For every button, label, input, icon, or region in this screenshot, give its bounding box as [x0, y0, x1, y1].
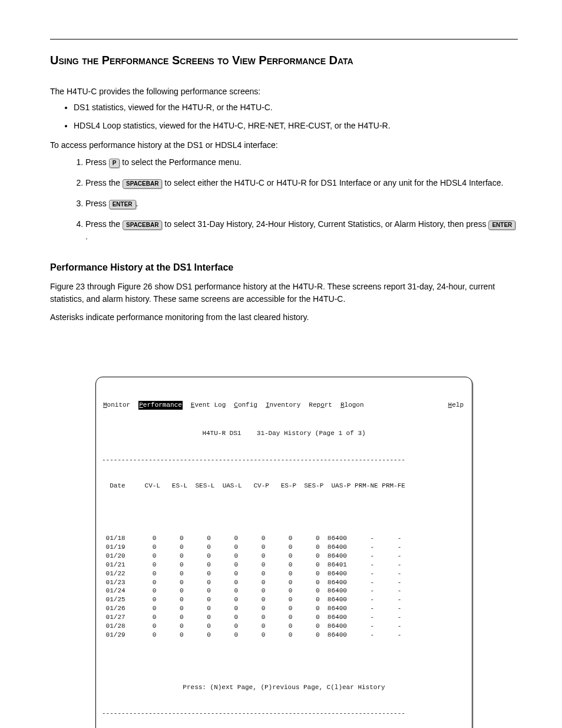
table-row: 01/29 0 0 0 0 0 0 0 86400 - -: [102, 631, 466, 640]
table-row: 01/22 0 0 0 0 0 0 0 86400 - -: [102, 569, 466, 578]
table-row: 01/28 0 0 0 0 0 0 0 86400 - -: [102, 622, 466, 631]
key-enter: ENTER: [488, 220, 515, 230]
list-item: DS1 statistics, viewed for the H4TU-R, o…: [74, 101, 518, 114]
key-spacebar: SPACEBAR: [123, 220, 162, 230]
table-row: 01/18 0 0 0 0 0 0 0 86400 - -: [102, 534, 466, 543]
body-paragraph: Asterisks indicate performance monitorin…: [50, 311, 518, 324]
figure: MonitorPerformanceEvent LogConfigInvento…: [50, 377, 518, 728]
page-title: Using the Performance Screens to View Pe…: [50, 51, 518, 69]
blank-line: [102, 508, 466, 517]
running-header: [50, 24, 518, 32]
step-text: to select either the H4TU-C or H4TU-R fo…: [162, 178, 503, 187]
step: Press the SPACEBAR to select 31-Day Hist…: [85, 218, 518, 243]
step: Press the SPACEBAR to select either the …: [85, 177, 518, 189]
step-text: Press: [85, 157, 109, 167]
key-p: P: [109, 159, 120, 168]
terminal-title: H4TU-R DS1 31-Day History (Page 1 of 3): [102, 429, 466, 438]
table-row: 01/19 0 0 0 0 0 0 0 86400 - -: [102, 543, 466, 552]
step-text: .: [136, 199, 138, 208]
key-spacebar: SPACEBAR: [123, 179, 162, 189]
section-heading: Performance History at the DS1 Interface: [50, 261, 518, 275]
table-row: 01/24 0 0 0 0 0 0 0 86400 - -: [102, 587, 466, 595]
terminal-hint-press: Press: (N)ext Page, (P)revious Page, C(l…: [102, 683, 466, 692]
step-text: .: [85, 232, 88, 241]
step: Press ENTER.: [85, 197, 518, 210]
header-rule: [50, 39, 518, 39]
figure-ref: Figure 23: [50, 282, 85, 291]
menu-item-help[interactable]: Help: [448, 401, 464, 410]
menu-item-monitor[interactable]: Monitor: [103, 401, 130, 410]
intro-paragraph: The H4TU-C provides the following perfor…: [50, 85, 518, 98]
menu-item-performance[interactable]: Performance: [138, 401, 183, 410]
table-row: 01/26 0 0 0 0 0 0 0 86400 - -: [102, 604, 466, 613]
terminal-menu-bar: MonitorPerformanceEvent LogConfigInvento…: [102, 401, 466, 410]
menu-item-event-log[interactable]: Event Log: [191, 401, 226, 410]
key-enter: ENTER: [109, 200, 136, 209]
bullet-list: DS1 statistics, viewed for the H4TU-R, o…: [74, 101, 518, 132]
table-header-row: Date CV-L ES-L SES-L UAS-L CV-P ES-P SES…: [102, 482, 466, 490]
table-row: 01/25 0 0 0 0 0 0 0 86400 - -: [102, 595, 466, 604]
step-text: to select 31-Day History, 24-Hour Histor…: [162, 219, 488, 229]
step: Press P to select the Performance menu.: [85, 156, 518, 169]
procedure-lead: To access performance history at the DS1…: [50, 139, 518, 151]
blank-line: [102, 657, 466, 666]
menu-item-config[interactable]: Config: [234, 401, 257, 410]
table-row: 01/20 0 0 0 0 0 0 0 86400 - -: [102, 552, 466, 561]
step-text: Press: [85, 199, 109, 208]
table-row: 01/23 0 0 0 0 0 0 0 86400 - -: [102, 578, 466, 587]
list-item: HDSL4 Loop statistics, viewed for the H4…: [74, 120, 518, 132]
step-text: Press the: [85, 178, 123, 187]
step-text: to select the Performance menu.: [120, 157, 241, 167]
paragraph-text: through Figure 26 show DS1 performance h…: [50, 282, 495, 304]
terminal-separator: ----------------------------------------…: [102, 456, 466, 465]
terminal-screen: MonitorPerformanceEvent LogConfigInvento…: [95, 377, 472, 728]
procedure-steps: Press P to select the Performance menu. …: [85, 156, 518, 243]
step-text: Press the: [85, 219, 123, 229]
table-row: 01/21 0 0 0 0 0 0 0 86401 - -: [102, 561, 466, 569]
menu-item-report[interactable]: Report: [309, 401, 332, 410]
menu-item-rlogon[interactable]: Rlogon: [340, 401, 364, 410]
table-row: 01/27 0 0 0 0 0 0 0 86400 - -: [102, 613, 466, 622]
terminal-table-body: 01/18 0 0 0 0 0 0 0 86400 - - 01/19 0 0 …: [102, 534, 466, 639]
menu-item-inventory[interactable]: Inventory: [266, 401, 300, 410]
terminal-separator: ----------------------------------------…: [102, 709, 466, 718]
body-paragraph: Figure 23 through Figure 26 show DS1 per…: [50, 281, 518, 305]
